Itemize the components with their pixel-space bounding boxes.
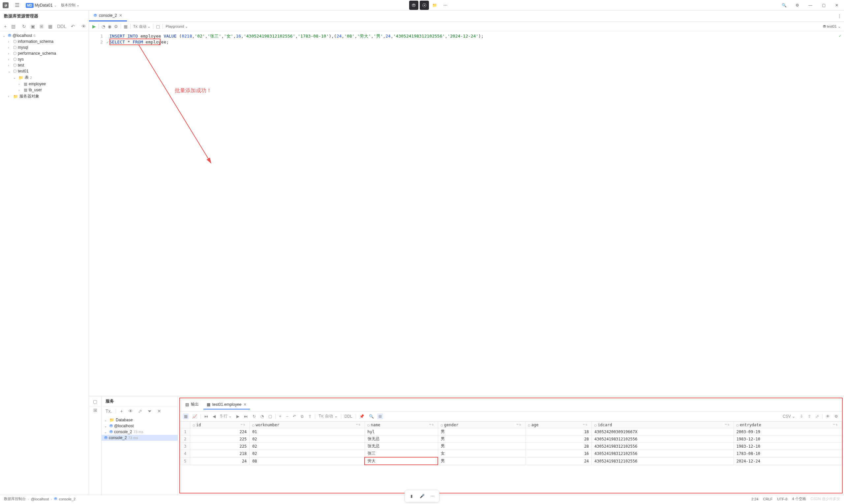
tab-more-icon[interactable]: ⋮ (835, 12, 844, 21)
code-editor[interactable]: 12✓ INSERT INTO employee VALUE (0218,'02… (89, 31, 844, 396)
folder-icon[interactable]: 📁 (430, 1, 440, 10)
table-cell[interactable]: 1983-12-10 (734, 443, 842, 450)
commit-icon[interactable]: ▢ (156, 24, 160, 29)
grid-view-icon[interactable]: ▦ (183, 413, 189, 419)
breadcrumb[interactable]: 数据库控制台› @localhost› ⛃console_2 (4, 497, 75, 501)
next-page-icon[interactable]: ▶ (235, 413, 241, 419)
tx-dropdown[interactable]: Tx: 自动 ⌄ (133, 24, 150, 29)
playground-dropdown[interactable]: Playground ⌄ (166, 24, 188, 29)
svc-console-2[interactable]: ⛃console_2 73 ms (102, 435, 178, 441)
pin-icon[interactable]: 📌 (358, 413, 366, 419)
output-tab[interactable]: ▤输出 (182, 400, 202, 410)
schema-selector[interactable]: ⛃ test01 ⌄ (823, 24, 841, 29)
table-cell[interactable]: 24 (525, 457, 591, 465)
svc-popup-icon[interactable]: ⬀ (137, 408, 143, 414)
table-cell[interactable]: 张无忌 (365, 443, 438, 450)
tx-short-icon[interactable]: Tx. (104, 408, 113, 414)
table-cell[interactable]: 男 (438, 443, 525, 450)
cursor-position[interactable]: 2:24 (751, 497, 758, 501)
search-icon[interactable]: 🔍 (779, 1, 789, 10)
table-cell[interactable]: 2024-12-24 (734, 457, 842, 465)
column-header[interactable]: ▢idcard⇅⫧ (592, 422, 734, 428)
tree-schema[interactable]: ›⬡sys (0, 56, 89, 62)
table-cell[interactable]: 224 (190, 428, 249, 435)
table-row[interactable]: 322502张无忌男284305241983121025561983-12-10 (180, 443, 842, 450)
table-cell[interactable]: 430524198312102556 (592, 450, 734, 457)
table-cell[interactable]: 218 (190, 450, 249, 457)
table-cell[interactable]: 28 (525, 443, 591, 450)
reload-icon[interactable]: ↻ (251, 413, 257, 419)
grid-icon[interactable]: ▦ (124, 24, 127, 29)
run-icon[interactable]: ▶ (92, 24, 96, 29)
indent[interactable]: 4 个空格 (792, 497, 806, 501)
stop-icon[interactable]: ▢ (267, 413, 273, 419)
diagnose-icon[interactable]: ⊞ (38, 23, 45, 30)
svc-close-icon[interactable]: ✕ (156, 408, 162, 414)
project-selector[interactable]: MD MyData01 ⌄ (26, 3, 57, 7)
table-cell[interactable]: 女 (438, 450, 525, 457)
table-cell[interactable]: 225 (190, 443, 249, 450)
svc-database[interactable]: ⌄📁Database (102, 417, 178, 423)
settings-icon[interactable]: ⚙ (833, 413, 839, 419)
maximize-icon[interactable]: ▢ (819, 1, 828, 10)
clone-icon[interactable]: ⧉ (299, 413, 305, 419)
column-header[interactable]: ▢gender⇅⫧ (438, 422, 525, 428)
tab-close-icon[interactable]: ✕ (243, 402, 247, 407)
table-cell[interactable]: 1983-12-10 (734, 435, 842, 443)
add-icon[interactable]: + (3, 23, 8, 30)
table-cell[interactable]: 08 (249, 457, 365, 465)
stack-icon[interactable]: ▥ (10, 23, 17, 30)
column-header[interactable]: ▢id⇅⫧ (190, 422, 249, 428)
table-cell[interactable]: 430524198312102556 (592, 443, 734, 450)
search-results-icon[interactable]: 🔍 (367, 413, 375, 419)
table-cell[interactable]: 男 (438, 457, 525, 465)
encoding[interactable]: UTF-8 (777, 497, 787, 501)
ddl-button[interactable]: DDL (343, 413, 354, 419)
table-cell[interactable]: 1783-08-10 (734, 450, 842, 457)
table-cell[interactable]: 02 (249, 450, 365, 457)
tree-root[interactable]: ⌄⛃ @localhost 6 (0, 33, 89, 38)
table-row[interactable]: 421802张三女164305241983121025561783-08-10 (180, 450, 842, 457)
rows-dropdown[interactable]: 5 行 ⌄ (219, 413, 233, 420)
table-cell[interactable]: 430524198312102556 (592, 457, 734, 465)
revert-icon[interactable]: ↶ (291, 413, 297, 419)
table-cell[interactable]: 劳大 (365, 457, 438, 465)
column-header[interactable]: ▢worknumber⇅⫧ (249, 422, 365, 428)
tree-schema[interactable]: ⌄⬡test01 (0, 68, 89, 74)
ddl-button[interactable]: DDL (56, 23, 68, 30)
float-mic-icon[interactable]: 🎤 (417, 491, 427, 501)
table-cell[interactable]: 张三 (365, 450, 438, 457)
rollback-icon[interactable]: ↶ (70, 23, 76, 30)
table-cell[interactable]: 2003-09-19 (734, 428, 842, 435)
prev-page-icon[interactable]: ◀ (211, 413, 217, 419)
svc-localhost[interactable]: ⌄⛃@localhost (102, 423, 178, 429)
close-icon[interactable]: ✕ (832, 1, 841, 10)
column-header[interactable]: ▢name⇅⫧ (365, 422, 438, 428)
dump-icon[interactable]: ⬀ (814, 413, 820, 419)
table-row[interactable]: 52408劳大男244305241983121025562024-12-24 (180, 457, 842, 465)
table-cell[interactable]: hyl (365, 428, 438, 435)
column-header[interactable]: ▢age⇅⫧ (525, 422, 591, 428)
refresh-icon[interactable]: ↻ (21, 23, 28, 30)
jump-icon[interactable]: ▦ (47, 23, 54, 30)
table-cell[interactable]: 01 (249, 428, 365, 435)
tree-schema[interactable]: ›⬡mysql (0, 44, 89, 50)
tree-table[interactable]: ›▦tb_user (0, 87, 89, 93)
explain-icon[interactable]: ◉ (108, 24, 111, 29)
add-row-icon[interactable]: + (278, 413, 282, 419)
csv-dropdown[interactable]: CSV ⌄ (781, 413, 796, 419)
import-icon[interactable]: ⇧ (806, 413, 812, 419)
minimize-icon[interactable]: — (806, 1, 815, 10)
history-icon[interactable]: ◔ (102, 24, 105, 29)
table-cell[interactable]: 24 (190, 457, 249, 465)
tab-console[interactable]: ⛃ console_2 ✕ (89, 11, 127, 21)
tx-dropdown[interactable]: Tx: 自动 ⌄ (317, 413, 339, 420)
config-icon[interactable]: ⚙ (114, 24, 118, 29)
table-row[interactable]: 222502张无忌男284305241983121025561983-12-10 (180, 435, 842, 443)
svc-console-1[interactable]: ⌄⛃console_2 73 ms (102, 429, 178, 435)
tree-schema[interactable]: ›⬡test (0, 62, 89, 68)
tree-tables-folder[interactable]: ⌄📁表 2 (0, 74, 89, 81)
last-page-icon[interactable]: ⏭ (243, 413, 249, 419)
query-tool-icon[interactable]: ⦿ (420, 1, 429, 10)
tree-schema[interactable]: ›⬡information_schema (0, 38, 89, 44)
